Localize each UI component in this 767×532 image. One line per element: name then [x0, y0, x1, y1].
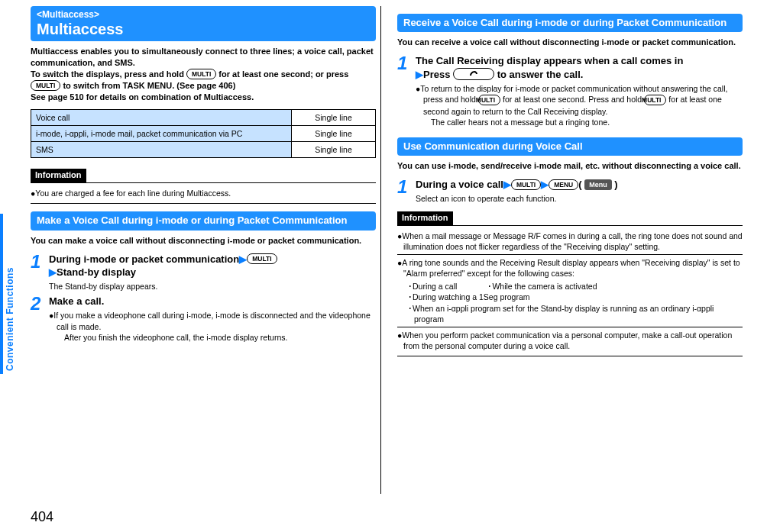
info-item: ●When you perform packet communication v… — [397, 330, 743, 351]
side-tab: Convenient Functions — [0, 214, 17, 374]
sublist-item: ･When an i-αppli program set for the Sta… — [408, 303, 743, 324]
bullet-text: for at least one second. Press and hold — [500, 95, 644, 104]
step-heading: The Call Receiving display appears when … — [416, 54, 743, 81]
section-receive-call-intro: You can receive a voice call without dis… — [397, 37, 743, 48]
step-sub: Select an icon to operate each function. — [416, 193, 743, 204]
section-use-comm-title: Use Communication during Voice Call — [397, 137, 743, 156]
sublist-text: During a call — [413, 282, 457, 291]
table-cell-value: Single line — [292, 142, 376, 158]
step-number: 2 — [31, 295, 44, 345]
multiaccess-intro: Multiaccess enables you to simultaneousl… — [31, 46, 376, 103]
call-key-icon — [453, 68, 494, 80]
step-head-text: to answer the call. — [494, 69, 583, 80]
multiaccess-header: <Multiaccess> Multiaccess — [31, 6, 376, 41]
side-tab-label: Convenient Functions — [3, 214, 17, 374]
section-make-call-intro: You can make a voice call without discon… — [31, 235, 376, 247]
step-head-text: Press — [423, 69, 453, 80]
header-sup: <Multiaccess> — [37, 8, 370, 21]
step-body: Make a call. ●If you make a videophone c… — [49, 295, 376, 345]
bullet-text-cont: The caller hears not a message but a rin… — [423, 117, 743, 127]
step-heading: During a voice call▶MULTI▶MENU( Menu ) — [416, 178, 743, 192]
step-head-text: Stand-by display — [57, 266, 136, 278]
column-divider — [380, 6, 381, 494]
info-text: When you perform packet communication vi… — [402, 330, 732, 350]
step-1-comm: 1 During a voice call▶MULTI▶MENU( Menu )… — [397, 178, 743, 204]
intro-p3: See page 510 for details on combination … — [31, 92, 254, 102]
multi-key-icon: MULTI — [644, 95, 666, 105]
sublist-text: While the camera is activated — [492, 282, 597, 291]
bullet-text: If you make a videophone call during i-m… — [53, 311, 370, 330]
menu-pill-icon: Menu — [584, 179, 612, 190]
information-label: Information — [31, 169, 86, 182]
arrow-icon: ▶ — [416, 69, 423, 80]
header-title: Multiaccess — [37, 21, 370, 37]
step-1: 1 During i-mode or packet communication▶… — [31, 253, 376, 292]
divider — [397, 327, 743, 327]
table-cell-name: SMS — [31, 142, 292, 158]
intro-p1: Multiaccess enables you to simultaneousl… — [31, 47, 374, 67]
info-text: A ring tone sounds and the Receiving Res… — [402, 258, 739, 278]
table-row: Voice call Single line — [31, 109, 376, 125]
arrow-icon: ▶ — [49, 266, 57, 278]
sublist-item: ･During watching a 1Seg program — [408, 292, 743, 302]
arrow-icon: ▶ — [541, 179, 549, 190]
info-text: When a mail message or Message R/F comes… — [402, 231, 742, 251]
step-number: 1 — [31, 253, 44, 292]
table-cell-name: Voice call — [31, 109, 292, 125]
step-body: The Call Receiving display appears when … — [416, 54, 743, 130]
multi-key-icon: MULTI — [186, 69, 216, 79]
multi-key-icon: MULTI — [247, 253, 277, 264]
step-1-right: 1 The Call Receiving display appears whe… — [397, 54, 743, 130]
section-make-call-title: Make a Voice Call during i-mode or durin… — [31, 211, 376, 230]
intro-p2a: To switch the displays, press and hold — [31, 69, 186, 79]
step-number: 1 — [397, 54, 411, 130]
information-label: Information — [397, 211, 453, 225]
step-bullet: ●To return to the display for i-mode or … — [416, 83, 743, 127]
section-receive-call-title: Receive a Voice Call during i-mode or du… — [397, 14, 743, 32]
left-column: <Multiaccess> Multiaccess Multiaccess en… — [31, 6, 376, 356]
multi-key-icon: MULTI — [31, 80, 60, 91]
table-cell-value: Single line — [292, 126, 376, 142]
arrow-icon: ▶ — [239, 253, 247, 265]
step-sub: The Stand-by display appears. — [49, 281, 376, 292]
info-item: ●You are charged a fee for each line dur… — [31, 188, 376, 198]
information-box: ●When a mail message or Message R/F come… — [397, 225, 743, 357]
multi-key-icon: MULTI — [478, 95, 500, 105]
info-item: ●When a mail message or Message R/F come… — [397, 231, 743, 252]
step-body: During a voice call▶MULTI▶MENU( Menu ) S… — [416, 178, 743, 204]
step-bullet: ●If you make a videophone call during i-… — [49, 310, 376, 343]
sublist-text: When an i-αppli program set for the Stan… — [413, 304, 714, 324]
table-row: i-mode, i-αppli, i-mode mail, packet com… — [31, 126, 376, 142]
table-cell-value: Single line — [292, 109, 376, 125]
sublist-text: During watching a 1Seg program — [413, 292, 530, 301]
step-head-text: During i-mode or packet communication — [49, 253, 239, 265]
sublist-item: ･While the camera is activated — [487, 281, 597, 292]
menu-key-icon: MENU — [549, 179, 578, 190]
intro-p2b: for at least one second; or press — [216, 69, 348, 79]
intro-p2c: to switch from TASK MENU. (See page 406) — [60, 81, 235, 90]
section-use-comm-intro: You can use i-mode, send/receive i-mode … — [397, 160, 743, 172]
right-column: Receive a Voice Call during i-mode or du… — [397, 6, 743, 356]
info-text: You are charged a fee for each line duri… — [35, 189, 231, 198]
step-head-text: The Call Receiving display appears when … — [416, 55, 683, 66]
bullet-text-cont: After you finish the videophone call, th… — [57, 332, 376, 343]
multiaccess-table: Voice call Single line i-mode, i-αppli, … — [31, 109, 376, 159]
divider — [397, 254, 743, 255]
info-item: ●A ring tone sounds and the Receiving Re… — [397, 257, 743, 279]
step-heading: During i-mode or packet communication▶MU… — [49, 253, 376, 279]
page-number: 404 — [31, 508, 53, 526]
info-sublist: ･During a call ･While the camera is acti… — [397, 281, 743, 324]
step-head-text: During a voice call — [416, 179, 503, 190]
step-2: 2 Make a call. ●If you make a videophone… — [31, 295, 376, 345]
step-heading: Make a call. — [49, 295, 376, 308]
step-number: 1 — [397, 178, 411, 204]
multi-key-icon: MULTI — [511, 179, 541, 190]
step-body: During i-mode or packet communication▶MU… — [49, 253, 376, 292]
sublist-item: ･During a call — [408, 281, 457, 292]
arrow-icon: ▶ — [503, 179, 511, 190]
table-cell-name: i-mode, i-αppli, i-mode mail, packet com… — [31, 126, 292, 142]
table-row: SMS Single line — [31, 142, 376, 158]
information-box: ●You are charged a fee for each line dur… — [31, 182, 376, 204]
